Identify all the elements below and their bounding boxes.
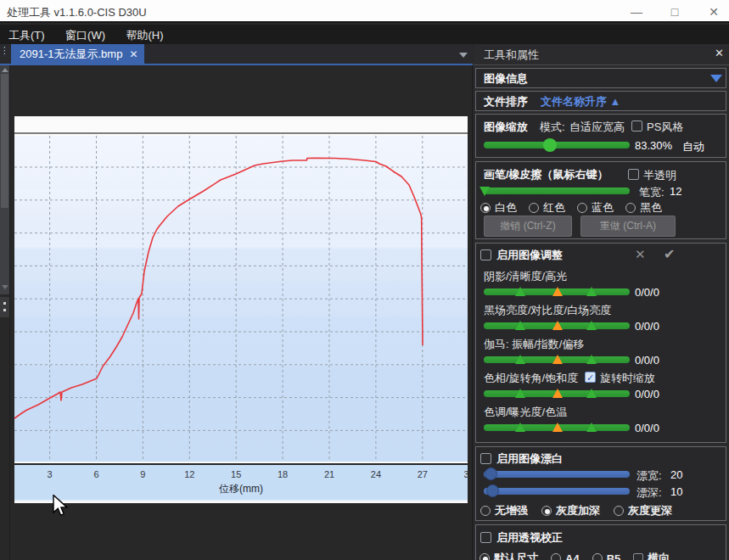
- page-size-label: A4: [565, 552, 580, 560]
- bleach-mode-radio-icon[interactable]: [541, 506, 552, 516]
- brush-color-radio-icon[interactable]: [529, 203, 539, 213]
- adjust-apply-icon[interactable]: ✔: [664, 246, 675, 262]
- bleach-depth-thumb[interactable]: [486, 484, 499, 497]
- brush-color-2[interactable]: 蓝色: [577, 200, 614, 216]
- bleach-width-slider[interactable]: [484, 471, 630, 478]
- adjust-cancel-icon[interactable]: ✕: [635, 247, 646, 262]
- ps-style-checkbox[interactable]: [631, 120, 642, 132]
- adjust-slider-marker-0[interactable]: [515, 389, 525, 398]
- scroll-down-icon[interactable]: [2, 285, 8, 289]
- adjust-slider-marker-1[interactable]: [552, 287, 563, 296]
- x-tick-label: 15: [231, 469, 241, 479]
- adjust-slider-marker-2[interactable]: [586, 321, 597, 330]
- menu-help[interactable]: 帮助(H): [117, 25, 171, 43]
- adjust-title: 启用图像调整: [496, 248, 563, 263]
- bleach-mode-2[interactable]: 灰度更深: [614, 503, 672, 518]
- maximize-button[interactable]: □: [660, 3, 689, 20]
- scale-on-rotate-checkbox[interactable]: ✓: [585, 372, 596, 383]
- scroll-up-icon[interactable]: [2, 68, 8, 72]
- minimize-button[interactable]: —: [622, 3, 651, 20]
- splitter-grip[interactable]: [0, 297, 9, 317]
- tab-close-icon[interactable]: ✕: [129, 48, 137, 60]
- adjust-slider-value: 0/0/0: [635, 286, 659, 299]
- image-info-title: 图像信息: [484, 71, 528, 87]
- adjust-slider-marker-0[interactable]: [515, 423, 525, 432]
- section-image-info[interactable]: 图像信息: [475, 68, 726, 88]
- redo-button[interactable]: 重做 (Ctrl-A): [580, 216, 676, 237]
- zoom-slider[interactable]: [484, 142, 630, 148]
- enable-perspective-checkbox[interactable]: [480, 532, 491, 543]
- brush-color-label: 红色: [543, 200, 565, 216]
- adjust-slider-value: 0/0/0: [635, 354, 659, 367]
- bleach-mode-radio-icon[interactable]: [614, 506, 624, 516]
- adjust-slider-marker-2[interactable]: [586, 355, 597, 364]
- page-size-radio-icon[interactable]: [551, 553, 561, 560]
- file-sort-value[interactable]: 文件名称升序 ▲: [541, 94, 620, 109]
- adjust-slider-marker-1[interactable]: [552, 423, 563, 432]
- adjust-slider-marker-0[interactable]: [515, 355, 525, 364]
- scrollbar-thumb[interactable]: [1, 74, 8, 208]
- adjust-slider-marker-1[interactable]: [552, 389, 563, 398]
- adjust-slider-marker-0[interactable]: [515, 287, 525, 296]
- bleach-depth-slider[interactable]: [484, 488, 630, 495]
- bleach-mode-0[interactable]: 无增强: [480, 503, 528, 518]
- bleach-title: 启用图像漂白: [496, 451, 563, 467]
- brush-color-radio-icon[interactable]: [577, 203, 587, 213]
- adjust-slider-marker-2[interactable]: [586, 389, 597, 398]
- brush-color-1[interactable]: 红色: [529, 200, 565, 216]
- bleach-mode-radio-group: 无增强灰度加深灰度更深: [480, 503, 672, 518]
- adjust-slider-marker-2[interactable]: [586, 287, 597, 296]
- tab-list-dropdown-icon[interactable]: [459, 53, 468, 58]
- brush-color-0[interactable]: 白色: [480, 200, 517, 216]
- brush-color-radio-icon[interactable]: [625, 203, 636, 213]
- page-size-radio-icon[interactable]: [592, 553, 603, 560]
- zoom-mode-label: 模式:: [540, 120, 565, 135]
- bleach-mode-1[interactable]: 灰度加深: [541, 503, 600, 518]
- x-tick-label: 30: [464, 469, 468, 479]
- scale-on-rotate-label: 旋转时缩放: [600, 371, 655, 386]
- zoom-mode-value[interactable]: 自适应宽高: [569, 120, 625, 135]
- page-size-3[interactable]: 横向: [633, 551, 670, 560]
- brush-slider-marker[interactable]: [479, 187, 490, 196]
- adjust-slider-group-4: 色调/曝光度/色温0/0/0: [476, 405, 726, 439]
- page-size-0[interactable]: 默认尺寸: [479, 551, 538, 560]
- enable-adjust-checkbox[interactable]: [480, 249, 491, 260]
- tab-active-image[interactable]: 2091-1无法显示.bmp✕: [11, 44, 144, 64]
- brush-color-radio-icon[interactable]: [480, 203, 491, 213]
- bleach-width-value: 20: [670, 468, 682, 481]
- x-tick-label: 12: [184, 469, 194, 479]
- menu-window[interactable]: 窗口(W): [57, 25, 114, 43]
- page-size-checkbox-icon[interactable]: [633, 553, 643, 560]
- enable-bleach-checkbox[interactable]: [480, 453, 491, 464]
- displayed-bmp-chart[interactable]: 36912151821242730 位移(mm): [14, 116, 468, 503]
- bleach-width-thumb[interactable]: [485, 468, 497, 480]
- zoom-auto-label[interactable]: 自动: [682, 139, 704, 154]
- bleach-mode-radio-icon[interactable]: [480, 506, 491, 516]
- viewer-separator: [9, 65, 10, 560]
- ps-style-label: PS风格: [647, 120, 683, 135]
- panel-close-icon[interactable]: ✕: [715, 47, 724, 59]
- adjust-slider-marker-0[interactable]: [515, 321, 525, 330]
- undo-button[interactable]: 撤销 (Ctrl-Z): [484, 216, 572, 237]
- section-file-sort: 文件排序 文件名称升序 ▲: [475, 91, 726, 111]
- adjust-slider-marker-1[interactable]: [552, 355, 563, 364]
- adjust-slider-marker-2[interactable]: [586, 423, 597, 432]
- brush-width-slider[interactable]: [484, 188, 630, 194]
- brush-color-label: 黑色: [640, 200, 662, 216]
- brush-color-3[interactable]: 黑色: [625, 200, 662, 216]
- section-image-adjust: 启用图像调整 ✕ ✔ 阴影/清晰度/高光0/0/0黑场亮度/对比度/白场亮度0/…: [475, 243, 726, 443]
- close-button[interactable]: ✕: [699, 3, 728, 20]
- tab-label: 2091-1无法显示.bmp: [20, 48, 122, 60]
- bleach-mode-label: 无增强: [495, 503, 528, 518]
- vertical-scrollbar[interactable]: [0, 65, 9, 294]
- adjust-slider-marker-1[interactable]: [552, 321, 563, 330]
- semi-transparent-checkbox[interactable]: [628, 169, 639, 180]
- page-size-2[interactable]: B5: [592, 552, 621, 560]
- page-size-radio-icon[interactable]: [479, 553, 490, 560]
- menu-tools[interactable]: 工具(T): [0, 25, 53, 43]
- zoom-percent: 83.30%: [635, 139, 672, 152]
- zoom-slider-thumb[interactable]: [543, 138, 557, 152]
- page-size-1[interactable]: A4: [551, 552, 580, 560]
- expand-triangle-icon[interactable]: [710, 75, 722, 82]
- adjust-slider-value: 0/0/0: [635, 422, 659, 434]
